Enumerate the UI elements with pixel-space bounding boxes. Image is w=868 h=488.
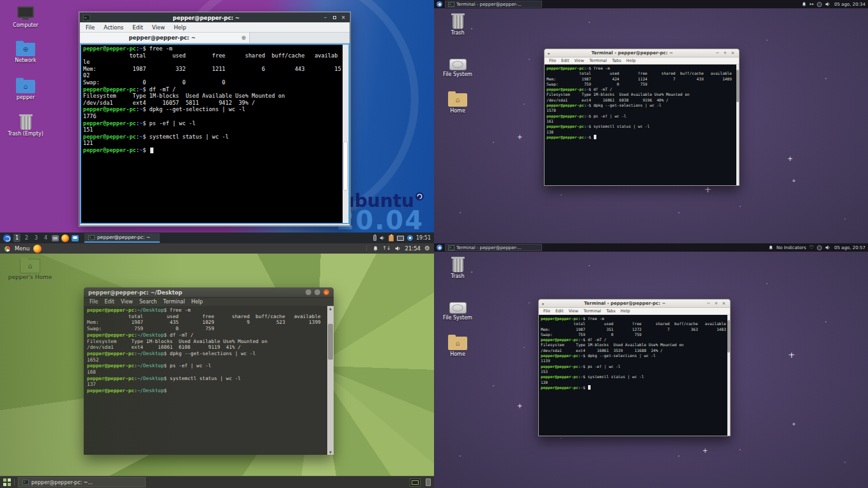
desktop-icon-trash[interactable]: Trash — [437, 259, 478, 279]
workspace-3[interactable]: 3 — [33, 234, 40, 242]
maximize-button[interactable]: + — [713, 301, 719, 307]
window-list-icon[interactable] — [3, 478, 11, 486]
firefox-icon[interactable] — [33, 245, 42, 253]
menu-file[interactable]: File — [86, 299, 101, 305]
clipboard-icon[interactable] — [389, 235, 394, 241]
qterminal-titlebar[interactable]: >_ pepper@pepper-pc: ~ – × — [80, 13, 350, 22]
desktop-icon-home[interactable]: ⌂ Home — [437, 93, 478, 114]
scrollbar-thumb[interactable] — [343, 141, 348, 191]
menu-help[interactable]: Help — [624, 58, 639, 63]
taskbar-button[interactable]: >_ Terminal - pepper@pepper-... — [445, 244, 542, 251]
desktop-icon-pepper[interactable]: ⌂ pepper — [5, 80, 46, 100]
terminal-tab[interactable]: pepper@pepper-pc: ~ ⊗ — [80, 33, 250, 43]
menu-tabs[interactable]: Tabs — [609, 58, 623, 63]
menu-view[interactable]: View — [118, 299, 136, 305]
menu-terminal[interactable]: Terminal — [587, 58, 609, 63]
volume-icon[interactable] — [825, 1, 831, 7]
minimize-button[interactable] — [306, 289, 311, 295]
desktop-icon-trash[interactable]: Trash (Empty) — [5, 116, 46, 137]
notification-bell-icon[interactable] — [373, 246, 378, 252]
heart-icon[interactable]: ♡ — [809, 245, 814, 250]
scrollbar-thumb[interactable] — [727, 320, 730, 353]
updates-icon[interactable] — [817, 2, 822, 7]
titlebar[interactable]: ▾ Terminal - pepper@pepper-pc: ~ − + × — [539, 300, 730, 308]
menu-help[interactable]: Help — [618, 309, 633, 314]
firefox-icon[interactable] — [61, 234, 69, 242]
scrollbar[interactable] — [727, 315, 730, 436]
network-icon[interactable] — [407, 235, 413, 241]
volume-icon[interactable] — [825, 245, 831, 250]
workspace-4[interactable]: 4 — [42, 234, 49, 242]
menu-terminal[interactable]: Terminal — [581, 309, 603, 314]
close-button[interactable]: × — [323, 289, 329, 295]
menu-view[interactable]: View — [571, 58, 586, 63]
desktop-icon-home[interactable]: ⌂ Home — [437, 337, 478, 357]
maximize-button[interactable] — [314, 289, 320, 295]
titlebar[interactable]: ▾ Terminal - pepper@pepper-pc: ~ − + × — [545, 49, 739, 57]
workspace-pager[interactable] — [410, 478, 421, 487]
scrollbar-thumb[interactable] — [328, 324, 333, 360]
menu-tabs[interactable]: Tabs — [603, 309, 617, 314]
scroll-down-icon[interactable]: ▼ — [329, 450, 332, 454]
desktop-icon-computer[interactable]: Computer — [5, 6, 46, 28]
clock[interactable]: 05 ago, 20:34 — [834, 2, 865, 7]
menu-edit[interactable]: Edit — [101, 299, 118, 305]
maximize-button[interactable]: + — [722, 50, 728, 56]
menu-edit[interactable]: Edit — [559, 58, 572, 63]
tab-close-icon[interactable]: ⊗ — [241, 34, 246, 41]
workspace-1[interactable]: 1 — [13, 234, 20, 242]
scroll-up-icon[interactable]: ▲ — [329, 307, 332, 310]
terminal-viewport[interactable]: pepper@pepper-pc:~$ free -m total used f… — [539, 315, 730, 436]
clock[interactable]: 05 ago, 20:57 — [834, 245, 865, 250]
close-button[interactable]: × — [721, 301, 727, 307]
scrollbar[interactable] — [736, 65, 739, 185]
minimize-button[interactable]: − — [706, 301, 711, 307]
menu-button[interactable]: Menu — [15, 245, 29, 252]
file-manager-icon[interactable] — [52, 235, 59, 241]
clock[interactable]: 19:51 — [416, 235, 431, 241]
terminal-viewport[interactable]: pepper@pepper-pc:~$ free -m total used f… — [80, 43, 350, 224]
close-button[interactable]: × — [730, 50, 736, 56]
device-icon[interactable] — [426, 478, 431, 486]
applications-menu-icon[interactable] — [437, 1, 442, 7]
desktop-icon-trash[interactable]: Trash — [437, 15, 478, 36]
terminal-viewport[interactable]: pepper@pepper-pc:~$ free -m total used f… — [545, 65, 739, 185]
network-icon[interactable]: ↔ — [810, 2, 814, 7]
clock[interactable]: 21:54 — [405, 245, 421, 252]
applications-menu-icon[interactable] — [437, 245, 442, 250]
network-arrows-icon[interactable]: ↑↓ — [382, 246, 391, 251]
menu-help[interactable]: Help — [188, 299, 206, 305]
notification-bell-icon[interactable] — [802, 2, 807, 7]
minimize-button[interactable]: – — [322, 15, 329, 20]
menu-help[interactable]: Help — [169, 24, 190, 31]
notification-bell-icon[interactable] — [768, 245, 773, 250]
minimize-button[interactable]: − — [715, 50, 720, 56]
desktop-icon-network[interactable]: ⊕ Network — [5, 43, 46, 63]
window-menu-icon[interactable]: ▾ — [548, 51, 550, 56]
menu-view[interactable]: View — [148, 24, 169, 31]
scrollbar-thumb[interactable] — [736, 70, 739, 102]
desktop-icon-home[interactable]: ⌂ pepper's Home — [8, 259, 52, 280]
titlebar[interactable]: pepper@pepper-pc: ~/Desktop × — [84, 287, 334, 298]
volume-icon[interactable] — [380, 235, 385, 241]
menu-edit[interactable]: Edit — [553, 309, 566, 314]
menu-file[interactable]: File — [81, 24, 99, 31]
menu-terminal[interactable]: Terminal — [160, 299, 188, 305]
updates-icon[interactable] — [817, 245, 822, 250]
scrollbar[interactable] — [343, 45, 348, 223]
menu-search[interactable]: Search — [136, 299, 160, 305]
app-menu-icon[interactable] — [3, 234, 11, 242]
menu-edit[interactable]: Edit — [128, 24, 147, 31]
window-menu-icon[interactable]: ▾ — [542, 301, 544, 306]
gear-icon[interactable]: ⚙ — [424, 246, 430, 251]
maximize-button[interactable] — [331, 15, 337, 20]
terminal-viewport[interactable]: pepper@pepper-pc:~/Desktop$ free -m tota… — [84, 306, 334, 455]
chat-icon[interactable] — [72, 235, 79, 241]
menu-view[interactable]: View — [566, 309, 580, 314]
close-button[interactable]: × — [340, 15, 346, 20]
menu-logo-icon[interactable] — [4, 245, 11, 252]
menu-file[interactable]: File — [546, 58, 559, 63]
scrollbar[interactable]: ▲ ▼ — [327, 306, 334, 455]
battery-icon[interactable] — [373, 235, 376, 241]
desktop-icon-filesystem[interactable]: File System — [437, 59, 478, 77]
